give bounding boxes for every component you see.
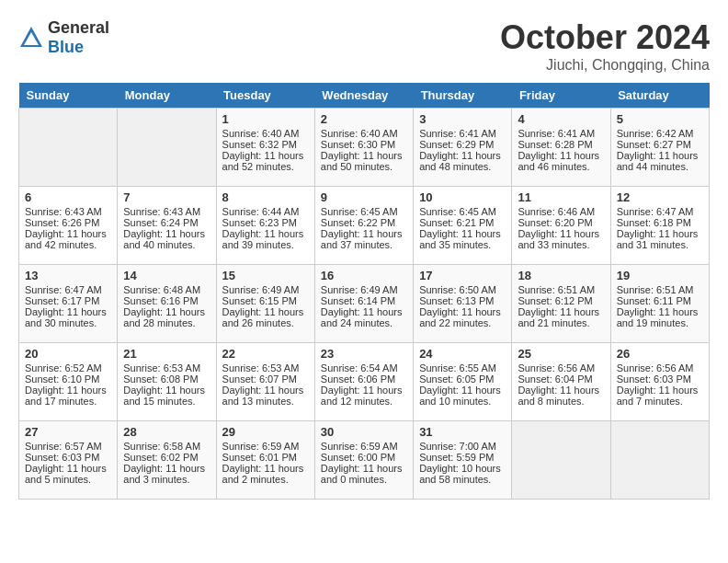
sunset-text: Sunset: 6:11 PM [617,295,691,306]
sunset-text: Sunset: 6:27 PM [617,139,691,150]
month-title: October 2024 [500,18,710,57]
sunset-text: Sunset: 5:59 PM [419,452,494,463]
day-number: 2 [321,112,407,126]
daylight-text: Daylight: 11 hours and 17 minutes. [25,385,107,407]
calendar-cell: 27 Sunrise: 6:57 AM Sunset: 6:03 PM Dayl… [19,421,118,500]
sunrise-text: Sunrise: 6:45 AM [321,206,398,217]
daylight-text: Daylight: 11 hours and 46 minutes. [518,150,599,172]
day-number: 29 [222,425,309,439]
sunrise-text: Sunrise: 6:42 AM [617,128,694,139]
weekday-header-cell: Sunday [19,83,118,109]
daylight-text: Daylight: 11 hours and 44 minutes. [617,150,699,172]
weekday-header-cell: Saturday [610,83,709,109]
sunset-text: Sunset: 6:26 PM [25,217,99,228]
calendar-cell: 30 Sunrise: 6:59 AM Sunset: 6:00 PM Dayl… [314,421,413,500]
logo-general: General [48,18,109,37]
weekday-header-cell: Friday [512,83,610,109]
calendar-cell: 4 Sunrise: 6:41 AM Sunset: 6:28 PM Dayli… [512,109,610,187]
sunset-text: Sunset: 6:29 PM [419,139,494,150]
sunset-text: Sunset: 6:01 PM [222,452,297,463]
calendar-cell: 19 Sunrise: 6:51 AM Sunset: 6:11 PM Dayl… [610,265,709,343]
day-number: 25 [518,347,604,361]
day-number: 16 [321,269,407,282]
calendar-cell: 3 Sunrise: 6:41 AM Sunset: 6:29 PM Dayli… [414,109,512,187]
day-number: 15 [222,269,309,282]
calendar-cell [512,421,610,500]
day-number: 23 [321,347,407,361]
sunset-text: Sunset: 6:30 PM [321,139,395,150]
sunset-text: Sunset: 6:06 PM [321,373,395,385]
sunset-text: Sunset: 6:23 PM [222,217,297,228]
sunset-text: Sunset: 6:12 PM [518,295,592,306]
title-area: October 2024 Jiuchi, Chongqing, China [500,18,710,74]
day-number: 27 [25,425,111,439]
daylight-text: Daylight: 11 hours and 15 minutes. [123,385,205,407]
sunrise-text: Sunrise: 6:40 AM [321,128,398,139]
calendar-cell: 8 Sunrise: 6:44 AM Sunset: 6:23 PM Dayli… [216,187,314,265]
day-number: 17 [419,269,506,282]
location-title: Jiuchi, Chongqing, China [500,57,710,74]
sunset-text: Sunset: 6:00 PM [321,452,395,463]
calendar-cell: 2 Sunrise: 6:40 AM Sunset: 6:30 PM Dayli… [314,109,413,187]
sunrise-text: Sunrise: 6:49 AM [321,284,398,295]
daylight-text: Daylight: 11 hours and 31 minutes. [617,228,699,250]
calendar-cell: 20 Sunrise: 6:52 AM Sunset: 6:10 PM Dayl… [19,343,118,421]
day-number: 7 [123,190,210,204]
day-number: 14 [123,269,210,282]
calendar-cell: 26 Sunrise: 6:56 AM Sunset: 6:03 PM Dayl… [610,343,709,421]
calendar-cell: 10 Sunrise: 6:45 AM Sunset: 6:21 PM Dayl… [414,187,512,265]
daylight-text: Daylight: 11 hours and 33 minutes. [518,228,599,250]
calendar-cell: 22 Sunrise: 6:53 AM Sunset: 6:07 PM Dayl… [216,343,314,421]
daylight-text: Daylight: 11 hours and 19 minutes. [617,306,699,328]
calendar-cell [19,109,118,187]
sunrise-text: Sunrise: 6:48 AM [123,284,200,295]
logo: General Blue [18,18,109,57]
sunrise-text: Sunrise: 6:57 AM [25,441,102,452]
calendar-cell [610,421,709,500]
sunrise-text: Sunrise: 6:43 AM [25,206,102,217]
daylight-text: Daylight: 11 hours and 5 minutes. [25,463,107,485]
day-number: 21 [123,347,210,361]
logo-blue: Blue [48,38,84,56]
daylight-text: Daylight: 11 hours and 2 minutes. [222,463,304,485]
calendar-cell: 31 Sunrise: 7:00 AM Sunset: 5:59 PM Dayl… [414,421,512,500]
sunset-text: Sunset: 6:13 PM [419,295,494,306]
daylight-text: Daylight: 11 hours and 3 minutes. [123,463,205,485]
sunrise-text: Sunrise: 6:59 AM [222,441,300,452]
day-number: 4 [518,112,604,126]
daylight-text: Daylight: 11 hours and 50 minutes. [321,150,403,172]
daylight-text: Daylight: 11 hours and 52 minutes. [222,150,304,172]
sunset-text: Sunset: 6:32 PM [222,139,297,150]
daylight-text: Daylight: 11 hours and 30 minutes. [25,306,107,328]
weekday-header-cell: Thursday [414,83,512,109]
sunrise-text: Sunrise: 7:00 AM [419,441,496,452]
calendar-cell: 1 Sunrise: 6:40 AM Sunset: 6:32 PM Dayli… [216,109,314,187]
sunrise-text: Sunrise: 6:54 AM [321,362,398,373]
day-number: 6 [25,190,111,204]
calendar-week-row: 13 Sunrise: 6:47 AM Sunset: 6:17 PM Dayl… [19,265,710,343]
sunset-text: Sunset: 6:02 PM [123,452,198,463]
weekday-header-row: SundayMondayTuesdayWednesdayThursdayFrid… [19,83,710,109]
day-number: 8 [222,190,309,204]
daylight-text: Daylight: 11 hours and 8 minutes. [518,385,599,407]
day-number: 20 [25,347,111,361]
sunset-text: Sunset: 6:24 PM [123,217,198,228]
calendar-table: SundayMondayTuesdayWednesdayThursdayFrid… [18,83,710,500]
calendar-cell: 14 Sunrise: 6:48 AM Sunset: 6:16 PM Dayl… [118,265,216,343]
daylight-text: Daylight: 11 hours and 28 minutes. [123,306,205,328]
sunset-text: Sunset: 6:15 PM [222,295,297,306]
sunrise-text: Sunrise: 6:47 AM [25,284,102,295]
calendar-week-row: 27 Sunrise: 6:57 AM Sunset: 6:03 PM Dayl… [19,421,710,500]
sunrise-text: Sunrise: 6:49 AM [222,284,300,295]
weekday-header-cell: Monday [118,83,216,109]
calendar-cell: 16 Sunrise: 6:49 AM Sunset: 6:14 PM Dayl… [314,265,413,343]
calendar-cell: 25 Sunrise: 6:56 AM Sunset: 6:04 PM Dayl… [512,343,610,421]
sunset-text: Sunset: 6:17 PM [25,295,99,306]
calendar-cell: 17 Sunrise: 6:50 AM Sunset: 6:13 PM Dayl… [414,265,512,343]
daylight-text: Daylight: 11 hours and 37 minutes. [321,228,403,250]
sunrise-text: Sunrise: 6:50 AM [419,284,496,295]
daylight-text: Daylight: 11 hours and 42 minutes. [25,228,107,250]
daylight-text: Daylight: 11 hours and 24 minutes. [321,306,403,328]
sunrise-text: Sunrise: 6:43 AM [123,206,200,217]
daylight-text: Daylight: 10 hours and 58 minutes. [419,463,501,485]
